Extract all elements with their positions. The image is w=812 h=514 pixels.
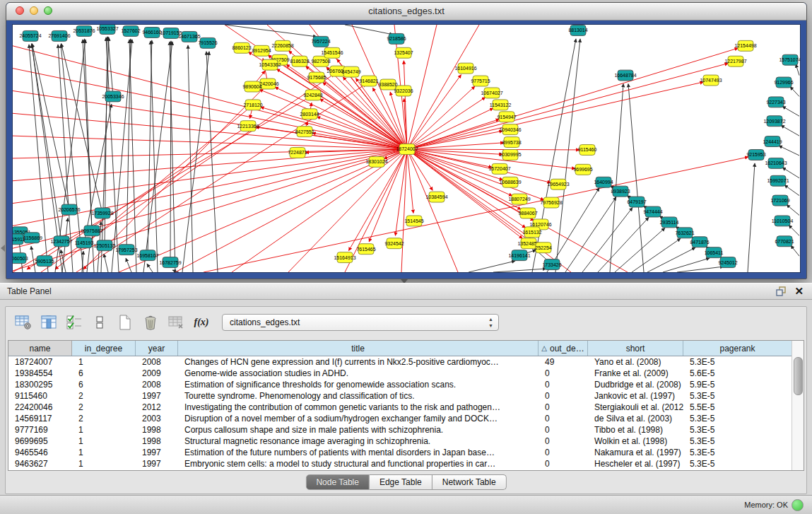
table-cell: 49: [539, 356, 588, 368]
network-viewport[interactable]: 2405572427691406205318761055332715276029…: [12, 24, 801, 273]
float-panel-icon[interactable]: [776, 286, 787, 296]
window-titlebar[interactable]: citations_edges.txt: [6, 3, 806, 21]
graph-edge[interactable]: [784, 185, 799, 196]
graph-edge[interactable]: [647, 247, 695, 272]
graph-edge[interactable]: [204, 157, 748, 272]
graph-edge[interactable]: [13, 46, 407, 149]
graph-edge[interactable]: [407, 86, 475, 149]
graph-edge[interactable]: [493, 269, 546, 272]
graph-edge[interactable]: [789, 225, 799, 235]
function-builder-button[interactable]: f(x): [191, 313, 212, 332]
close-window-button[interactable]: [16, 6, 24, 15]
tab-edge-table[interactable]: Edge Table: [370, 474, 433, 490]
table-row[interactable]: 969969511998Structural magnetic resonanc…: [8, 436, 804, 447]
close-panel-icon[interactable]: ✕: [794, 285, 804, 298]
graph-edge[interactable]: [796, 64, 799, 76]
graph-edge[interactable]: [781, 125, 799, 136]
graph-edge[interactable]: [748, 163, 755, 272]
graph-edge[interactable]: [555, 39, 580, 272]
delete-column-button[interactable]: [140, 313, 161, 332]
table-row[interactable]: 977716911998Corpus callosum shape and si…: [8, 424, 804, 436]
graph-edge[interactable]: [782, 106, 799, 116]
graph-edge[interactable]: [345, 149, 407, 272]
table-cell: de Silva et al. (2003): [588, 413, 683, 424]
tab-node-table[interactable]: Node Table: [305, 474, 370, 490]
table-vertical-scrollbar[interactable]: [792, 341, 804, 470]
graph-edge[interactable]: [407, 64, 728, 149]
scrollbar-thumb[interactable]: [794, 357, 803, 395]
graph-edge[interactable]: [779, 146, 799, 156]
graph-edge[interactable]: [345, 25, 393, 35]
column-header-pagerank[interactable]: pagerank: [683, 341, 792, 356]
graph-node-label: 90975887: [81, 228, 102, 233]
table-cell: 18300295: [8, 379, 72, 390]
graph-edge[interactable]: [126, 258, 131, 272]
table-row[interactable]: 1872400712008Changes of HCN gene express…: [8, 356, 804, 368]
graph-edge[interactable]: [790, 87, 799, 97]
graph-node-label: 20053346: [102, 94, 124, 99]
graph-edge[interactable]: [407, 75, 461, 149]
graph-edge[interactable]: [677, 267, 724, 272]
column-header-short[interactable]: short: [588, 341, 683, 356]
table-row[interactable]: 1830029562008Estimation of significance …: [8, 379, 804, 390]
table-row[interactable]: 2242004622012Investigating the contribut…: [8, 402, 804, 413]
graph-node-label: 1514545: [404, 218, 423, 223]
graph-edge[interactable]: [407, 149, 413, 214]
graph-edge[interactable]: [628, 84, 644, 272]
column-header-name[interactable]: name: [8, 341, 72, 356]
graph-edge[interactable]: [32, 44, 61, 242]
graph-edge[interactable]: [407, 149, 579, 150]
column-header-title[interactable]: title: [178, 341, 539, 356]
table-settings-button[interactable]: [13, 313, 34, 332]
graph-edge[interactable]: [407, 108, 493, 149]
west-panel-collapse-icon[interactable]: [1, 245, 5, 252]
table-row[interactable]: 946554611997Estimation of the future num…: [8, 447, 804, 458]
select-rows-button[interactable]: [64, 313, 85, 332]
minimize-window-button[interactable]: [30, 6, 38, 15]
table-row[interactable]: 911546021997Tourette syndrome. Phenomeno…: [8, 390, 804, 402]
graph-edge[interactable]: [787, 205, 799, 216]
tab-network-table[interactable]: Network Table: [433, 474, 507, 490]
column-header-out_de[interactable]: △out_de…: [539, 341, 588, 356]
new-column-button[interactable]: [114, 313, 136, 332]
table-row[interactable]: 1938455462009Genome-wide association stu…: [8, 368, 804, 379]
graph-edge[interactable]: [407, 149, 433, 190]
delete-table-button[interactable]: [165, 313, 187, 332]
graph-edge[interactable]: [126, 39, 131, 250]
graph-node-label: 8813014: [568, 28, 587, 33]
graph-edge[interactable]: [582, 208, 632, 272]
network-canvas[interactable]: 2405572427691406205318761055332715276029…: [13, 25, 800, 272]
column-header-year[interactable]: year: [136, 341, 178, 356]
graph-edge[interactable]: [232, 149, 407, 272]
graph-edge[interactable]: [401, 149, 407, 272]
graph-edge[interactable]: [663, 258, 710, 272]
table-row[interactable]: 946362711997Embryonic stem cells: a mode…: [8, 458, 804, 469]
graph-edge[interactable]: [407, 25, 437, 149]
table-selector[interactable]: citations_edges.txt ▲▼: [222, 314, 499, 331]
column-header-in_degree[interactable]: in_degree: [72, 341, 136, 356]
graph-edge[interactable]: [104, 254, 108, 272]
graph-edge[interactable]: [261, 107, 407, 149]
graph-edge[interactable]: [615, 228, 665, 272]
rows-button[interactable]: [89, 313, 110, 332]
edit-columns-button[interactable]: [38, 313, 59, 332]
graph-edge[interactable]: [147, 264, 153, 272]
graph-edge[interactable]: [632, 238, 681, 272]
graph-edge[interactable]: [407, 82, 703, 149]
graph-edge[interactable]: [791, 245, 799, 256]
table-row[interactable]: 1456911722003Disruption of a novel membe…: [8, 413, 804, 424]
graph-edge[interactable]: [151, 41, 158, 272]
graph-edge[interactable]: [407, 149, 544, 200]
table-cell: 5.3E-5: [683, 458, 792, 469]
graph-edge[interactable]: [84, 39, 92, 230]
graph-edge[interactable]: [598, 217, 649, 272]
zoom-window-button[interactable]: [44, 6, 52, 15]
graph-edge[interactable]: [610, 84, 623, 272]
table-panel: Table Panel ✕: [0, 283, 812, 514]
graph-edge[interactable]: [206, 52, 218, 272]
graph-node-label: 1721069: [770, 198, 789, 203]
graph-edge[interactable]: [225, 25, 317, 37]
graph-edge[interactable]: [469, 261, 515, 272]
graph-node-label: 1615132: [522, 230, 541, 235]
graph-node-label: 22260858: [271, 43, 293, 48]
